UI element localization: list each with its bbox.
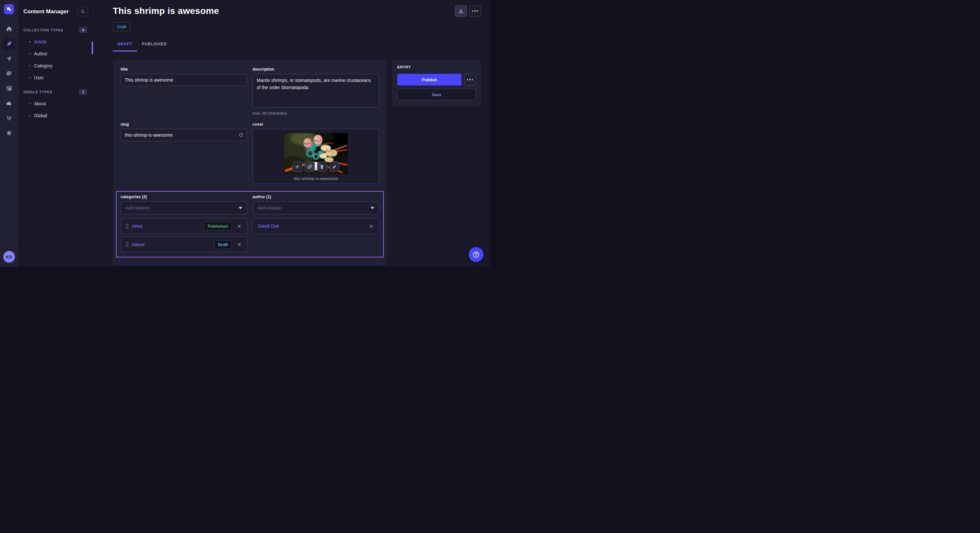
media-library-icon[interactable] bbox=[3, 67, 16, 80]
refresh-icon bbox=[238, 132, 244, 138]
tab-published[interactable]: PUBLISHED bbox=[137, 39, 172, 51]
drag-handle[interactable] bbox=[124, 221, 130, 231]
author-relation-combobox[interactable]: Add relation bbox=[253, 201, 379, 214]
user-avatar[interactable]: KD bbox=[3, 251, 15, 263]
entry-panel: ENTRY Publish Save bbox=[392, 60, 481, 107]
content-type-builder-icon[interactable] bbox=[3, 82, 16, 95]
link-icon bbox=[307, 164, 312, 169]
strapi-logo-icon bbox=[6, 6, 12, 12]
page-title: This shrimp is awesome bbox=[113, 6, 219, 16]
categories-relation-combobox[interactable]: Add relation bbox=[121, 201, 247, 214]
chevron-down-icon bbox=[371, 207, 374, 209]
sidebar-item-category[interactable]: Category bbox=[23, 60, 88, 71]
rail-nav-items bbox=[3, 19, 16, 140]
ellipsis-icon bbox=[472, 10, 478, 12]
sidebar-divider bbox=[23, 21, 31, 22]
title-label: title bbox=[121, 67, 247, 71]
single-types-label: SINGLE TYPES bbox=[23, 90, 52, 94]
cover-field: cover bbox=[253, 122, 379, 184]
relation-row-david-doe: David Doe bbox=[253, 218, 379, 234]
help-button[interactable] bbox=[469, 247, 484, 262]
slug-label: slug bbox=[121, 122, 247, 127]
plus-icon bbox=[295, 164, 300, 169]
single-types-section: SINGLE TYPES 2 About Global bbox=[23, 89, 88, 121]
strapi-logo[interactable] bbox=[4, 4, 14, 14]
tab-draft[interactable]: DRAFT bbox=[113, 39, 137, 51]
remove-relation-news-button[interactable] bbox=[234, 221, 244, 231]
home-icon[interactable] bbox=[3, 22, 16, 35]
add-media-button[interactable] bbox=[292, 162, 302, 171]
categories-field: categories (2) Add relation bbox=[121, 195, 247, 252]
description-field: description Mantis shrimps, or stomatopo… bbox=[253, 67, 379, 116]
collection-types-section: COLLECTION TYPES 4 Article Author Catego… bbox=[23, 27, 88, 84]
single-types-count: 2 bbox=[79, 89, 87, 95]
cover-media-card: this-shrimp-is-awesome bbox=[253, 129, 379, 184]
version-tabs: DRAFT PUBLISHED bbox=[113, 39, 481, 51]
content-manager-sidebar: Content Manager COLLECTION TYPES 4 Artic… bbox=[18, 0, 93, 266]
slug-field: slug bbox=[121, 122, 247, 184]
remove-relation-david-doe-button[interactable] bbox=[366, 221, 376, 231]
logo-area bbox=[0, 0, 18, 19]
search-button[interactable] bbox=[78, 6, 88, 16]
status-badge: Draft bbox=[113, 22, 130, 32]
copy-link-button[interactable] bbox=[305, 162, 315, 171]
relation-link-nature[interactable]: nature bbox=[130, 242, 146, 247]
description-hint: max. 80 characters bbox=[253, 111, 379, 116]
sidebar-item-author[interactable]: Author bbox=[23, 48, 88, 60]
export-button[interactable] bbox=[455, 5, 467, 17]
marketplace-icon[interactable] bbox=[3, 112, 16, 125]
pencil-icon bbox=[332, 164, 337, 169]
ellipsis-icon bbox=[467, 79, 473, 80]
cover-action-bar bbox=[292, 162, 339, 171]
download-icon bbox=[458, 8, 464, 14]
slug-input[interactable] bbox=[121, 129, 247, 141]
entry-more-button[interactable] bbox=[464, 74, 476, 86]
relation-row-news: news Published bbox=[121, 218, 247, 234]
sidebar-scrollbar-thumb[interactable] bbox=[92, 41, 93, 54]
collection-types-count: 4 bbox=[79, 27, 87, 33]
close-icon bbox=[237, 224, 242, 228]
status-chip-published: Published bbox=[204, 222, 232, 230]
sidebar-item-user[interactable]: User bbox=[23, 71, 88, 84]
main-nav-rail: KD bbox=[0, 0, 18, 266]
title-field: title bbox=[121, 67, 247, 116]
sidebar-title: Content Manager bbox=[23, 8, 69, 15]
content-manager-icon[interactable] bbox=[3, 37, 16, 50]
description-label: description bbox=[253, 67, 379, 71]
strapi-app: KD Content Manager COLLECTION TYPES 4 Ar… bbox=[0, 0, 490, 266]
drag-handle[interactable] bbox=[124, 240, 130, 249]
trash-icon bbox=[320, 164, 325, 169]
save-button[interactable]: Save bbox=[397, 89, 476, 100]
header-actions bbox=[455, 5, 481, 17]
sidebar-item-about[interactable]: About bbox=[23, 97, 88, 109]
author-label: author (1) bbox=[253, 195, 379, 199]
title-input[interactable] bbox=[121, 74, 247, 86]
rail-bottom: KD bbox=[0, 247, 18, 266]
settings-icon[interactable] bbox=[3, 127, 16, 140]
categories-relation-list: news Published bbox=[121, 218, 247, 252]
sidebar-item-global[interactable]: Global bbox=[23, 109, 88, 121]
delete-media-button[interactable] bbox=[317, 162, 327, 171]
cover-label: cover bbox=[253, 122, 379, 127]
relation-link-news[interactable]: news bbox=[130, 224, 144, 228]
relation-link-david-doe[interactable]: David Doe bbox=[258, 224, 280, 228]
cloud-icon[interactable] bbox=[3, 97, 16, 110]
categories-label: categories (2) bbox=[121, 195, 247, 199]
entry-panel-title: ENTRY bbox=[397, 65, 476, 69]
chevron-down-icon bbox=[239, 207, 242, 209]
main-content: This shrimp is awesome Draft DRAFT PUBLI… bbox=[93, 0, 490, 266]
more-options-button[interactable] bbox=[469, 5, 481, 17]
remove-relation-nature-button[interactable] bbox=[234, 240, 244, 249]
releases-icon[interactable] bbox=[3, 52, 16, 65]
relations-highlight-outline: categories (2) Add relation bbox=[116, 191, 384, 257]
edit-media-button[interactable] bbox=[329, 162, 339, 171]
description-textarea[interactable]: Mantis shrimps, or stomatopods, are mari… bbox=[253, 74, 379, 108]
cover-filename: this-shrimp-is-awesome bbox=[253, 176, 379, 181]
author-relation-list: David Doe bbox=[253, 218, 379, 234]
publish-button[interactable]: Publish bbox=[397, 74, 461, 86]
author-field: author (1) Add relation David Doe bbox=[253, 195, 379, 252]
sidebar-item-article[interactable]: Article bbox=[23, 36, 88, 48]
regenerate-slug-button[interactable] bbox=[236, 130, 245, 140]
edit-form-panel: title description Mantis shrimps, or sto… bbox=[113, 60, 387, 266]
close-icon bbox=[237, 243, 242, 247]
